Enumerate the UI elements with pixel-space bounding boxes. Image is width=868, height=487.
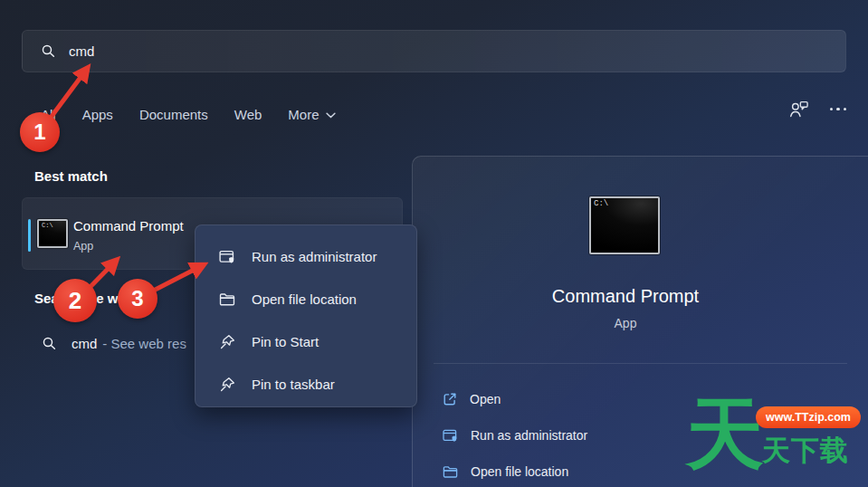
menu-item-run-as-administrator[interactable]: Run as administrator [196,235,416,278]
search-icon [42,336,57,351]
open-file-location-icon [218,291,236,309]
action-label: Open [470,392,501,406]
watermark-logo-text: 天下载 [762,432,849,470]
divider [434,363,847,364]
search-input[interactable]: cmd [22,30,846,72]
open-icon [442,391,458,407]
menu-item-pin-to-taskbar[interactable]: Pin to taskbar [196,363,416,406]
preview-title: Command Prompt [413,286,838,307]
context-menu: Run as administrator Open file location … [195,224,417,407]
best-match-subtitle: App [73,240,93,253]
menu-item-label: Pin to taskbar [252,377,335,392]
search-filter-tabs: All Apps Documents Web More [41,103,336,125]
run-as-administrator-icon [442,427,459,444]
action-label: Open file location [471,464,568,479]
watermark-logo-char: 天 [686,395,764,473]
header-icons [787,100,847,119]
run-as-administrator-icon [218,248,236,266]
tab-documents[interactable]: Documents [139,107,208,122]
cmd-icon-text: C:\ [42,222,53,229]
tab-apps[interactable]: Apps [82,107,113,122]
chevron-down-icon [326,112,336,119]
tab-label: Web [234,107,262,122]
step-badge-3: 3 [118,279,157,319]
menu-item-open-file-location[interactable]: Open file location [196,278,416,320]
account-icon[interactable] [787,100,810,119]
step-badge-2: 2 [53,279,97,322]
watermark-url-badge: www.TTzip.com [756,406,861,428]
menu-item-label: Open file location [252,291,357,307]
tab-label: More [288,107,319,122]
menu-item-pin-to-start[interactable]: Pin to Start [196,320,416,363]
menu-item-label: Pin to Start [252,334,319,349]
web-result-query: cmd [72,336,97,351]
best-match-heading: Best match [34,168,108,184]
tab-label: Apps [82,107,113,122]
pin-icon [218,333,236,351]
cmd-icon-text: C:\ [594,199,608,208]
selection-accent-bar [28,219,31,252]
tab-more[interactable]: More [288,107,335,122]
preview-subtitle: App [413,316,838,330]
windows-search-flyout: cmd All Apps Documents Web More C:\ [0,0,868,487]
best-match-title: Command Prompt [73,218,184,234]
tab-web[interactable]: Web [234,107,262,122]
pin-icon [218,376,236,394]
action-label: Run as administrator [471,428,587,443]
open-file-location-icon [442,463,459,481]
search-query-text: cmd [69,43,94,59]
command-prompt-icon: C:\ [589,196,660,254]
step-badge-1: 1 [20,112,60,152]
web-result-suffix: - See web res [102,336,186,351]
web-result-item[interactable]: cmd - See web res [22,326,203,360]
menu-item-label: Run as administrator [252,249,377,264]
more-options-icon[interactable] [830,100,847,119]
command-prompt-icon: C:\ [37,219,68,248]
search-icon [41,43,56,59]
tab-label: Documents [139,107,208,122]
